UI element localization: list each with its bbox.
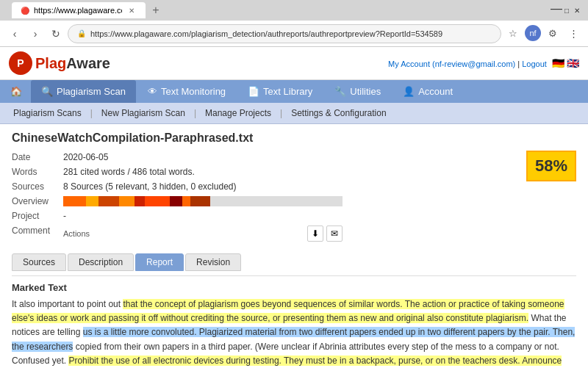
logo-plag: Plag: [35, 55, 66, 71]
nav-account[interactable]: 👤 Account: [392, 80, 463, 103]
logo-icon: P: [9, 51, 32, 75]
utilities-icon: 🔧: [334, 86, 346, 97]
metadata-grid: Date 2020-06-05 Words 281 cited words / …: [12, 151, 576, 243]
flag-gb: 🇬🇧: [567, 57, 579, 69]
project-label: Project: [12, 209, 63, 223]
logo-text: PlagAware: [35, 55, 110, 72]
browser-controls: ‹ › ↻ 🔒 https://www.plagaware.com/plagia…: [0, 21, 588, 47]
browser-action-buttons: ☆ nf ⚙ ⋮: [504, 25, 582, 43]
logout-link[interactable]: Logout: [522, 59, 547, 68]
monitoring-icon: 👁: [148, 86, 157, 97]
logo-aware: Aware: [66, 55, 110, 71]
nav-utilities[interactable]: 🔧 Utilities: [324, 80, 391, 103]
tab-sources[interactable]: Sources: [12, 253, 66, 271]
extensions-button[interactable]: ⚙: [544, 25, 562, 43]
new-tab-button[interactable]: +: [147, 1, 165, 19]
maximize-button[interactable]: □: [562, 5, 572, 15]
tab-favicon: 🔴: [21, 7, 29, 15]
nav-plagiarism-scan[interactable]: 🔍 Plagiarism Scan: [31, 80, 136, 103]
project-value: -: [63, 209, 576, 223]
url-bar[interactable]: 🔒 https://www.plagaware.com/plagiarism_d…: [68, 24, 501, 43]
lock-icon: 🔒: [77, 29, 86, 37]
url-text: https://www.plagaware.com/plagiarism_det…: [90, 29, 492, 38]
actions-row: Actions ⬇ ✉: [63, 224, 343, 243]
report-title: ChineseWatchCompilation-Paraphrased.txt: [12, 131, 576, 145]
page-content: ChineseWatchCompilation-Paraphrased.txt …: [0, 124, 588, 368]
menu-button[interactable]: ⋮: [564, 25, 582, 43]
nav-text-monitoring[interactable]: 👁 Text Monitoring: [137, 80, 236, 103]
report-tabs: Sources Description Report Revision: [12, 253, 576, 271]
subnav-plagiarism-scans[interactable]: Plagiarism Scans: [6, 106, 89, 120]
subnav-settings[interactable]: Settings & Configuration: [284, 106, 393, 120]
nav-text-monitoring-label: Text Monitoring: [161, 86, 226, 97]
tab-close-button[interactable]: ✕: [126, 5, 137, 15]
tab-divider: [12, 275, 576, 276]
browser-titlebar: 🔴 https://www.plagaware.com/pla... ✕ + —…: [0, 0, 588, 21]
window-controls: — □ ✕: [551, 5, 582, 15]
words-value: 281 cited words / 486 total words.: [63, 165, 576, 178]
marked-text-title: Marked Text: [12, 282, 576, 293]
account-link[interactable]: My Account (nf-review@gmail.com): [388, 59, 515, 68]
sources-label: Sources: [12, 180, 63, 193]
subnav-manage-projects[interactable]: Manage Projects: [198, 106, 279, 120]
library-icon: 📄: [248, 86, 259, 97]
profile-button[interactable]: nf: [525, 25, 541, 41]
account-info: My Account (nf-review@gmail.com) | Logou…: [388, 57, 579, 69]
date-label: Date: [12, 151, 63, 164]
home-icon: 🏠: [10, 86, 22, 97]
account-icon: 👤: [403, 86, 415, 97]
date-value: 2020-06-05: [63, 151, 576, 164]
nav-text-library-label: Text Library: [263, 86, 312, 97]
main-nav: 🏠 🔍 Plagiarism Scan 👁 Text Monitoring 📄 …: [0, 80, 588, 103]
download-icon-btn[interactable]: ⬇: [307, 226, 323, 242]
nav-utilities-label: Utilities: [350, 86, 381, 97]
subnav-new-scan[interactable]: New Plagiarism Scan: [94, 106, 193, 120]
nav-home[interactable]: 🏠: [3, 80, 29, 103]
tab-report[interactable]: Report: [135, 253, 184, 271]
share-icon-btn[interactable]: ✉: [326, 226, 343, 242]
forward-button[interactable]: ›: [26, 25, 44, 43]
scan-icon: 🔍: [41, 86, 53, 97]
reload-button[interactable]: ↻: [47, 25, 65, 43]
text-segment-1: It also important to point out: [12, 299, 123, 309]
active-tab[interactable]: 🔴 https://www.plagaware.com/pla... ✕: [12, 2, 146, 18]
back-button[interactable]: ‹: [6, 25, 24, 43]
words-label: Words: [12, 165, 63, 178]
comment-label: Comment: [12, 224, 63, 243]
overview-bar: [63, 195, 576, 208]
nav-text-library[interactable]: 📄 Text Library: [237, 80, 323, 103]
score-badge: 58%: [526, 151, 576, 181]
close-button[interactable]: ✕: [572, 5, 582, 15]
sources-value: 8 Sources (5 relevant, 3 hidden, 0 exclu…: [63, 180, 576, 193]
minimize-button[interactable]: —: [551, 4, 562, 14]
tab-bar: 🔴 https://www.plagaware.com/pla... ✕ +: [6, 1, 547, 19]
tab-description[interactable]: Description: [68, 253, 134, 271]
flag-de: 🇩🇪: [552, 57, 564, 69]
nav-plagiarism-scan-label: Plagiarism Scan: [57, 86, 126, 97]
nav-account-label: Account: [418, 86, 453, 97]
app-header: P PlagAware My Account (nf-review@gmail.…: [0, 47, 588, 80]
logo: P PlagAware: [9, 51, 110, 75]
tab-revision[interactable]: Revision: [185, 253, 241, 271]
score-badge-container: 58%: [526, 151, 576, 181]
sub-nav: Plagiarism Scans | New Plagiarism Scan |…: [0, 103, 588, 124]
bookmark-button[interactable]: ☆: [504, 25, 522, 43]
overview-label: Overview: [12, 195, 63, 208]
highlight-3: Prohibit the use of all electronic devic…: [12, 356, 562, 368]
marked-text-content: It also important to point out that the …: [12, 297, 576, 368]
tab-title: https://www.plagaware.com/pla...: [34, 6, 122, 15]
actions-label: Actions: [63, 229, 90, 238]
